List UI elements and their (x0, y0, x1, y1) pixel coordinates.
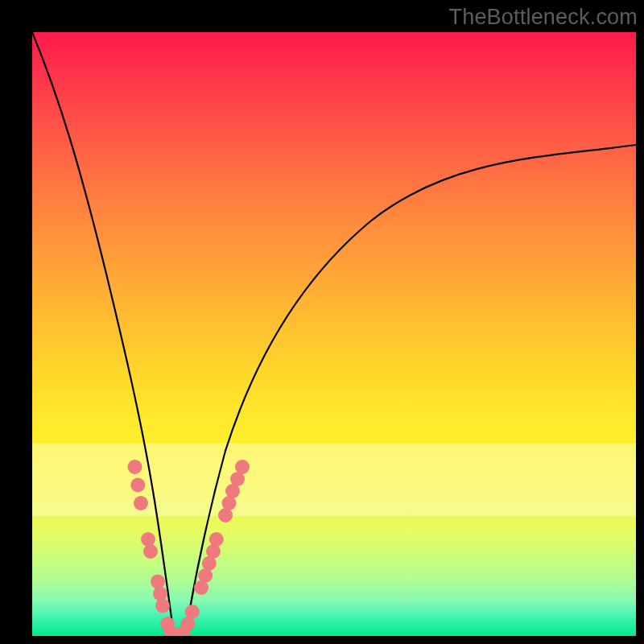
chart-svg (32, 32, 636, 636)
data-marker (151, 575, 165, 589)
data-marker (128, 460, 142, 474)
chart-frame: TheBottleneck.com (0, 0, 644, 644)
right-curve (185, 145, 636, 636)
marker-group (128, 460, 250, 636)
data-marker (134, 496, 148, 510)
plot-area (32, 32, 636, 636)
data-marker (206, 544, 221, 559)
data-marker (130, 478, 145, 493)
data-marker (153, 587, 167, 601)
data-marker (209, 532, 224, 547)
data-marker (143, 544, 158, 559)
watermark-text: TheBottleneck.com (448, 5, 638, 30)
data-marker (185, 605, 200, 619)
data-marker (235, 460, 250, 474)
data-marker (155, 599, 170, 613)
data-marker (141, 532, 155, 547)
